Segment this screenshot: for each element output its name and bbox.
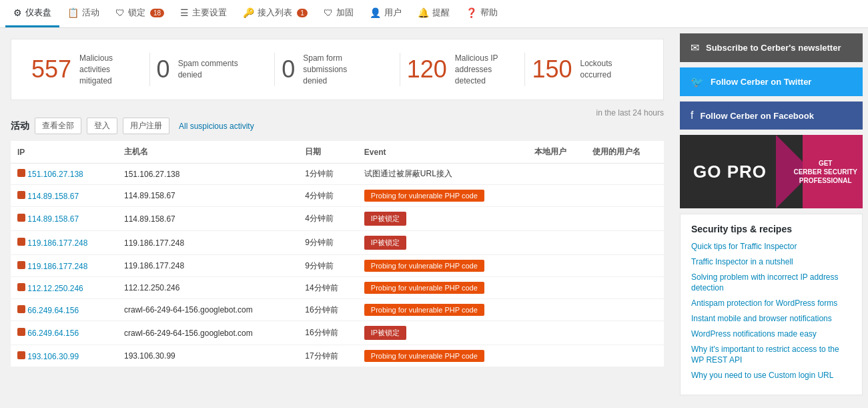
- table-header: IP: [11, 141, 117, 164]
- local-user-cell: [528, 345, 586, 367]
- nav-label: 接入列表: [258, 7, 292, 19]
- activity-title: 活动: [11, 120, 29, 132]
- table-row: 119.186.177.248119.186.177.2489分钟前IP被锁定: [11, 231, 664, 255]
- username-cell: [586, 255, 664, 277]
- ip-link[interactable]: 119.186.177.248: [27, 238, 87, 248]
- ip-link[interactable]: 119.186.177.248: [27, 262, 87, 271]
- nav-item-帮助[interactable]: ❓ 帮助: [458, 0, 506, 27]
- table-row: 114.89.158.67114.89.158.674分钟前Probing fo…: [11, 185, 664, 207]
- main-content: 557 Malicious activities mitigated0 Spam…: [0, 28, 675, 401]
- nav-label: 加固: [336, 7, 354, 19]
- username-cell: [586, 185, 664, 207]
- nav-icon: 👤: [370, 7, 381, 18]
- nav-label: 用户: [384, 7, 402, 19]
- filter-btn-0[interactable]: 查看全部: [35, 118, 81, 134]
- table-row: 119.186.177.248119.186.177.2489分钟前Probin…: [11, 255, 664, 277]
- username-cell: [586, 164, 664, 185]
- stat-num: 557: [31, 57, 71, 81]
- ip-link[interactable]: 114.89.158.67: [27, 192, 79, 201]
- table-header: 使用的用户名: [586, 141, 664, 164]
- host-cell: 193.106.30.99: [117, 345, 298, 367]
- table-row: 151.106.27.138151.106.27.1381分钟前试图通过被屏蔽U…: [11, 164, 664, 185]
- host-cell: crawl-66-249-64-156.googlebot.com: [117, 299, 298, 321]
- status-dot: [17, 191, 25, 199]
- tips-link[interactable]: Why it's important to restrict access to…: [691, 344, 851, 367]
- nav-icon: 📋: [67, 7, 79, 18]
- event-cell: 试图通过被屏蔽URL接入: [358, 164, 528, 185]
- twitter-button[interactable]: 🐦 Follow Cerber on Twitter: [680, 67, 863, 96]
- host-cell: crawl-66-249-64-156.googlebot.com: [117, 321, 298, 345]
- filter-btn-1[interactable]: 登入: [87, 118, 117, 134]
- table-header: 日期: [298, 141, 357, 164]
- nav-item-提醒[interactable]: 🔔 提醒: [410, 0, 458, 27]
- newsletter-button[interactable]: ✉ Subscribe to Cerber's newsletter: [680, 33, 863, 62]
- tips-link[interactable]: Quick tips for Traffic Inspector: [691, 241, 851, 252]
- username-cell: [586, 277, 664, 299]
- go-pro-card[interactable]: GO PRO GET CERBER SECURITY PROFESSIONAL: [680, 135, 863, 208]
- table-row: 66.249.64.156crawl-66-249-64-156.googleb…: [11, 299, 664, 321]
- stat-label: Malicious IP addresses detected: [455, 53, 518, 86]
- event-cell: Probing for vulnerable PHP code: [358, 255, 528, 277]
- stats-bar: 557 Malicious activities mitigated0 Spam…: [11, 39, 664, 100]
- status-dot: [17, 328, 25, 336]
- date-cell: 1分钟前: [298, 164, 357, 185]
- ip-link[interactable]: 151.106.27.138: [27, 170, 83, 179]
- nav-item-活动[interactable]: 📋 活动: [59, 0, 107, 27]
- tips-card: Security tips & recipes Quick tips for T…: [680, 214, 863, 395]
- stats-footer: in the last 24 hours: [11, 108, 664, 118]
- username-cell: [586, 299, 664, 321]
- status-dot: [17, 261, 25, 269]
- host-cell: 119.186.177.248: [117, 255, 298, 277]
- tips-link[interactable]: Traffic Inspector in a nutshell: [691, 256, 851, 268]
- username-cell: [586, 231, 664, 255]
- table-header: 主机名: [117, 141, 298, 164]
- local-user-cell: [528, 185, 586, 207]
- nav-item-锁定[interactable]: 🛡 锁定 18: [107, 0, 172, 27]
- event-cell: Probing for vulnerable PHP code: [358, 345, 528, 367]
- tips-link[interactable]: Instant mobile and browser notifications: [691, 313, 851, 325]
- stat-label: Malicious activities mitigated: [79, 53, 143, 86]
- ip-link[interactable]: 114.89.158.67: [27, 214, 79, 224]
- top-nav: ⚙ 仪表盘 📋 活动 🛡 锁定 18☰ 主要设置 🔑 接入列表 1🛡 加固 👤 …: [0, 0, 868, 28]
- local-user-cell: [528, 321, 586, 345]
- tips-link[interactable]: WordPress notifications made easy: [691, 329, 851, 340]
- stat-divider: [149, 53, 150, 86]
- filter-btn-2[interactable]: 用户注册: [123, 118, 169, 134]
- stat-divider: [524, 53, 525, 86]
- stat-item: 120 Malicious IP addresses detected: [407, 53, 518, 86]
- tips-link[interactable]: Solving problem with incorrect IP addres…: [691, 272, 851, 294]
- status-dot: [17, 305, 25, 313]
- event-badge-orange: Probing for vulnerable PHP code: [364, 304, 484, 316]
- event-badge-orange: Probing for vulnerable PHP code: [364, 260, 484, 272]
- nav-item-用户[interactable]: 👤 用户: [362, 0, 410, 27]
- date-cell: 16分钟前: [298, 299, 357, 321]
- local-user-cell: [528, 207, 586, 231]
- local-user-cell: [528, 231, 586, 255]
- ip-link[interactable]: 66.249.64.156: [27, 306, 79, 315]
- nav-item-加固[interactable]: 🛡 加固: [316, 0, 362, 27]
- local-user-cell: [528, 255, 586, 277]
- stat-item: 150 Lockouts occurred: [532, 57, 643, 81]
- nav-label: 仪表盘: [25, 7, 51, 19]
- event-cell: Probing for vulnerable PHP code: [358, 299, 528, 321]
- stat-item: 0 Spam form submissions denied: [282, 53, 393, 86]
- ip-link[interactable]: 112.12.250.246: [27, 284, 83, 293]
- ip-link[interactable]: 193.106.30.99: [27, 352, 79, 361]
- nav-item-仪表盘[interactable]: ⚙ 仪表盘: [5, 0, 59, 27]
- event-cell: Probing for vulnerable PHP code: [358, 277, 528, 299]
- filter-btn-3[interactable]: All suspicious activity: [175, 120, 258, 133]
- local-user-cell: [528, 164, 586, 185]
- table-row: 66.249.64.156crawl-66-249-64-156.googleb…: [11, 321, 664, 345]
- facebook-button[interactable]: f Follow Cerber on Facebook: [680, 101, 863, 130]
- tips-link[interactable]: Antispam protection for WordPress forms: [691, 298, 851, 309]
- nav-item-接入列表[interactable]: 🔑 接入列表 1: [235, 0, 316, 27]
- go-pro-right-text: GET CERBER SECURITY PROFESSIONAL: [793, 159, 857, 185]
- ip-link[interactable]: 66.249.64.156: [27, 329, 79, 338]
- nav-icon: 🛡: [324, 7, 333, 18]
- event-cell: IP被锁定: [358, 321, 528, 345]
- event-badge-red: IP被锁定: [364, 236, 406, 250]
- tips-link[interactable]: Why you need to use Custom login URL: [691, 370, 851, 381]
- nav-badge: 1: [297, 9, 308, 17]
- nav-item-主要设置[interactable]: ☰ 主要设置: [172, 0, 235, 27]
- sidebar: ✉ Subscribe to Cerber's newsletter 🐦 Fol…: [675, 28, 868, 401]
